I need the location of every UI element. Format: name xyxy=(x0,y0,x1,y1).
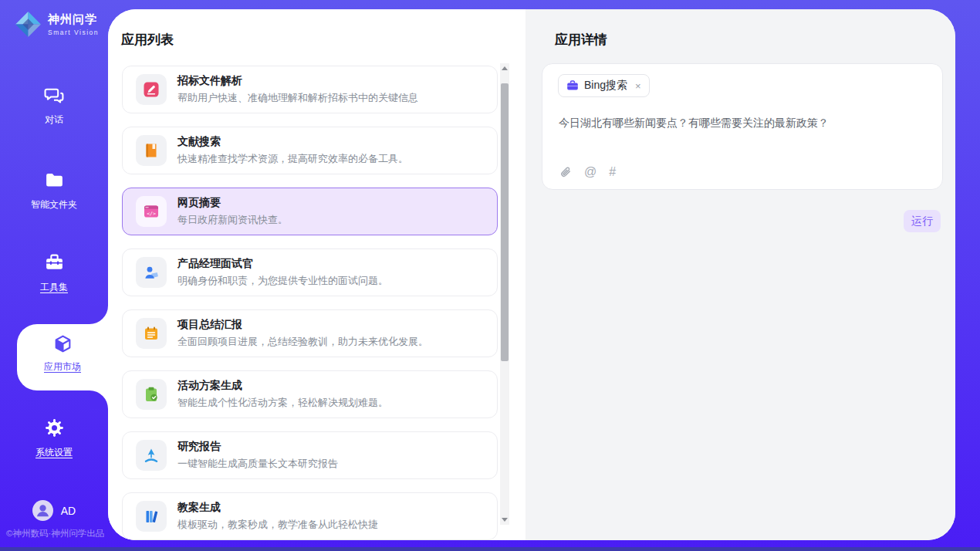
app-card-desc: 智能生成个性化活动方案，轻松解决规划难题。 xyxy=(177,396,388,410)
app-card-title: 教案生成 xyxy=(177,501,378,515)
sidebar-item-label: 对话 xyxy=(0,113,108,127)
chat-icon xyxy=(44,85,65,106)
content-panel: 应用列表 招标文件解析 帮助用户快速、准确地理解和解析招标书中的关键信息 xyxy=(108,9,955,540)
app-card-title: 文献搜索 xyxy=(177,135,408,149)
prompt-input-card[interactable]: Bing搜索 × 今日湖北有哪些新闻要点？有哪些需要关注的最新政策？ @ # xyxy=(542,63,943,190)
app-card-literature-search[interactable]: 文献搜索 快速精准查找学术资源，提高研究效率的必备工具。 xyxy=(122,127,498,174)
app-card-lesson-plan[interactable]: 教案生成 模板驱动，教案秒成，教学准备从此轻松快捷 xyxy=(122,492,498,540)
app-card-desc: 每日政府新闻资讯快查。 xyxy=(177,213,288,227)
sidebar-item-label: 系统设置 xyxy=(0,446,108,459)
books-icon xyxy=(136,501,167,532)
brand-name: 神州问学 xyxy=(48,12,99,27)
app-list-scrollbar[interactable] xyxy=(500,63,509,525)
app-card-event-plan[interactable]: 活动方案生成 智能生成个性化活动方案，轻松解决规划难题。 xyxy=(122,370,498,418)
tool-chip-bing-search[interactable]: Bing搜索 × xyxy=(558,74,650,97)
brand-tagline: Smart Vision xyxy=(48,29,99,36)
app-card-title: 活动方案生成 xyxy=(177,379,388,393)
hashtag-icon[interactable]: # xyxy=(609,165,616,179)
user-initials: AD xyxy=(61,505,76,517)
run-button[interactable]: 运行 xyxy=(904,210,941,232)
book-icon xyxy=(136,135,167,166)
app-card-desc: 快速精准查找学术资源，提高研究效率的必备工具。 xyxy=(177,152,408,166)
diamond-logo-icon xyxy=(14,10,42,39)
cube-icon xyxy=(52,333,73,354)
app-card-bid-parsing[interactable]: 招标文件解析 帮助用户快速、准确地理解和解析招标书中的关键信息 xyxy=(122,66,498,113)
clipboard-check-icon xyxy=(136,379,167,410)
ink-pen-icon xyxy=(136,440,167,471)
scrollbar-up-arrow[interactable] xyxy=(500,63,509,73)
sidebar-item-system-settings[interactable]: 系统设置 xyxy=(0,417,108,459)
sidebar-item-chat[interactable]: 对话 xyxy=(0,85,108,127)
app-card-title: 项目总结汇报 xyxy=(177,318,428,332)
pencil-document-icon xyxy=(136,74,167,105)
app-card-title: 网页摘要 xyxy=(177,196,288,210)
gear-icon xyxy=(44,417,65,438)
sidebar-item-smart-folders[interactable]: 智能文件夹 xyxy=(0,170,108,211)
app-card-desc: 一键智能生成高质量长文本研究报告 xyxy=(177,457,338,471)
app-card-research-report[interactable]: 研究报告 一键智能生成高质量长文本研究报告 xyxy=(122,431,498,479)
app-list-title: 应用列表 xyxy=(121,31,525,45)
avatar xyxy=(32,500,53,521)
app-card-title: 研究报告 xyxy=(177,440,338,454)
svg-text:</>: </> xyxy=(147,211,156,217)
folder-icon xyxy=(44,170,65,191)
app-list-section: 应用列表 招标文件解析 帮助用户快速、准确地理解和解析招标书中的关键信息 xyxy=(108,9,525,540)
attachment-toolbar: @ # xyxy=(559,164,616,179)
chip-close-icon[interactable]: × xyxy=(635,80,641,92)
app-card-pm-interviewer[interactable]: 产品经理面试官 明确身份和职责，为您提供专业性的面试问题。 xyxy=(122,248,498,296)
tool-chip-label: Bing搜索 xyxy=(584,79,627,93)
sidebar-item-label: 工具集 xyxy=(0,281,108,294)
app-card-list: 招标文件解析 帮助用户快速、准确地理解和解析招标书中的关键信息 文献搜索 快速精… xyxy=(108,66,525,540)
app-card-desc: 明确身份和职责，为您提供专业性的面试问题。 xyxy=(177,274,388,288)
app-card-project-summary[interactable]: 项目总结汇报 全面回顾项目进展，总结经验教训，助力未来优化发展。 xyxy=(122,309,498,357)
app-card-title: 招标文件解析 xyxy=(177,74,418,88)
mention-icon[interactable]: @ xyxy=(584,165,596,179)
app-card-desc: 模板驱动，教案秒成，教学准备从此轻松快捷 xyxy=(177,518,378,532)
scrollbar-down-arrow[interactable] xyxy=(500,515,509,525)
user-account[interactable]: AD xyxy=(0,500,108,521)
app-detail-title: 应用详情 xyxy=(555,31,955,45)
copyright-text: ©神州数码·神州问学出品 xyxy=(6,528,108,539)
sidebar: 神州问学 Smart Vision 对话 智能文件夹 工具集 xyxy=(0,0,108,551)
sidebar-item-app-market[interactable]: 应用市场 xyxy=(17,324,108,390)
app-card-title: 产品经理面试官 xyxy=(177,257,388,271)
report-icon xyxy=(136,318,167,349)
active-tab-curve-bottom xyxy=(90,390,108,409)
scrollbar-thumb[interactable] xyxy=(501,83,509,361)
sidebar-item-toolset[interactable]: 工具集 xyxy=(0,252,108,294)
app-card-desc: 帮助用户快速、准确地理解和解析招标书中的关键信息 xyxy=(177,91,418,105)
web-code-icon: </> xyxy=(136,196,167,227)
app-detail-section: 应用详情 Bing搜索 × 今日湖北有哪些新闻要点？有哪些需要关注的最新政策？ … xyxy=(525,9,955,540)
bottom-edge-strip xyxy=(0,547,980,551)
prompt-text[interactable]: 今日湖北有哪些新闻要点？有哪些需要关注的最新政策？ xyxy=(559,115,928,131)
app-card-web-summary[interactable]: </> 网页摘要 每日政府新闻资讯快查。 xyxy=(122,188,498,235)
interviewer-icon xyxy=(136,257,167,288)
toolbox-icon xyxy=(44,252,65,273)
paperclip-icon[interactable] xyxy=(559,164,572,179)
briefcase-icon xyxy=(566,79,579,92)
brand-logo: 神州问学 Smart Vision xyxy=(14,10,99,39)
sidebar-item-label: 智能文件夹 xyxy=(0,198,108,211)
active-tab-curve-top xyxy=(90,306,108,324)
sidebar-item-label: 应用市场 xyxy=(17,360,108,374)
app-card-desc: 全面回顾项目进展，总结经验教训，助力未来优化发展。 xyxy=(177,335,428,349)
user-avatar-icon xyxy=(32,500,53,521)
